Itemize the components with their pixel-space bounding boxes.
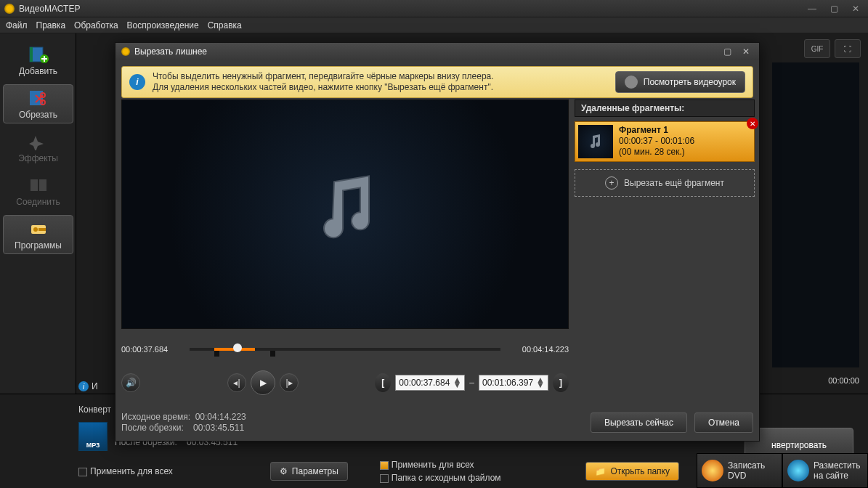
- cut-marker-start[interactable]: [214, 351, 219, 357]
- film-add-icon: [28, 44, 49, 65]
- mp3-icon: MP3: [78, 422, 108, 451]
- globe-icon: [787, 460, 809, 481]
- dialog-footer: Исходное время: 00:04:14.223 После обрез…: [121, 412, 753, 434]
- video-lesson-label: Посмотреть видеоурок: [644, 77, 736, 87]
- dialog-title: Вырезать лишнее: [134, 46, 207, 57]
- dialog-logo-icon: [121, 47, 130, 56]
- svg-rect-1: [30, 47, 33, 62]
- dialog-titlebar: Вырезать лишнее ▢ ✕: [115, 43, 759, 60]
- cut-now-label: Вырезать сейчас: [604, 418, 673, 428]
- dialog-maximize-icon[interactable]: ▢: [720, 46, 734, 57]
- dlg-meta-orig-l: Исходное время:: [121, 412, 190, 422]
- bracket-close-icon[interactable]: ]: [553, 373, 569, 392]
- cancel-button[interactable]: Отмена: [694, 412, 753, 433]
- timeline-start: 00:00:37.684: [121, 345, 182, 354]
- convert-button-label: нвертировать: [771, 440, 827, 450]
- sparkle-icon: [28, 131, 49, 152]
- deleted-header: Удаленные фрагменты:: [575, 99, 755, 117]
- hint-line-1: Чтобы выделить ненужный фрагмент, передв…: [153, 71, 615, 82]
- params-label: Параметры: [292, 466, 338, 476]
- add-fragment-button[interactable]: + Вырезать ещё фрагмент: [575, 169, 755, 197]
- player-controls: 🔊 ◂| ▶ |▸ [ 00:00:37.684▲▼ – 00:01:06.39…: [121, 368, 569, 397]
- video-lesson-button[interactable]: Посмотреть видеоурок: [615, 71, 745, 93]
- key-icon: [28, 219, 49, 239]
- src-folder-checkbox[interactable]: Папка с исходным файлом: [380, 473, 501, 483]
- apply-all-label: Применить для всех: [90, 466, 173, 476]
- minimize-icon[interactable]: —: [804, 3, 820, 15]
- menubar: Файл Правка Обработка Воспроизведение Сп…: [0, 17, 868, 33]
- deleted-fragments-panel: Удаленные фрагменты: Фрагмент 1 00:00:37…: [575, 99, 755, 397]
- app-logo-icon: [4, 4, 15, 14]
- add-fragment-label: Вырезать ещё фрагмент: [624, 178, 724, 188]
- folder-icon: 📁: [595, 466, 606, 476]
- menu-file[interactable]: Файл: [6, 20, 28, 30]
- timeline-end: 00:04:14.223: [508, 345, 569, 354]
- range-dash: –: [469, 378, 474, 388]
- fragment-thumb: [578, 125, 613, 158]
- sidebar-add[interactable]: Добавить: [3, 41, 73, 80]
- menu-edit[interactable]: Правка: [36, 20, 66, 30]
- timeline-marker[interactable]: [233, 343, 242, 352]
- svg-rect-10: [38, 228, 46, 231]
- info-icon: i: [129, 74, 145, 90]
- dlg-meta-after-v: 00:03:45.511: [193, 423, 244, 433]
- info-icon[interactable]: i: [78, 381, 89, 391]
- dvd-label-1: Записать: [728, 460, 765, 471]
- fragment-range: 00:00:37 - 00:01:06: [619, 136, 694, 147]
- cut-marker-end[interactable]: [270, 351, 275, 357]
- hint-bar: i Чтобы выделить ненужный фрагмент, пере…: [121, 66, 753, 98]
- camera-icon: [625, 76, 638, 89]
- range-to-value: 00:01:06.397: [482, 378, 533, 388]
- bracket-open-icon[interactable]: [: [375, 373, 391, 392]
- range-from-value: 00:00:37.684: [399, 378, 450, 388]
- apply-all-2-checkbox[interactable]: Применить для всех: [380, 460, 501, 470]
- publish-button[interactable]: Разместитьна сайте: [782, 453, 868, 488]
- svg-rect-7: [39, 179, 46, 191]
- sidebar-programs-label: Программы: [15, 240, 62, 251]
- film-join-icon: [28, 175, 49, 195]
- dlg-meta-after-l: После обрезки:: [121, 423, 184, 433]
- svg-rect-6: [31, 179, 38, 191]
- next-frame-icon[interactable]: |▸: [280, 373, 299, 392]
- fragment-name: Фрагмент 1: [619, 125, 668, 135]
- open-folder-label: Открыть папку: [610, 466, 670, 476]
- close-icon[interactable]: ✕: [848, 3, 864, 15]
- maximize-icon[interactable]: ▢: [826, 3, 842, 15]
- mute-icon[interactable]: 🔊: [121, 373, 140, 392]
- titlebar: ВидеоМАСТЕР — ▢ ✕: [0, 0, 868, 17]
- params-button[interactable]: ⚙Параметры: [270, 462, 348, 481]
- menu-play[interactable]: Воспроизведение: [127, 20, 199, 30]
- cut-now-button[interactable]: Вырезать сейчас: [591, 412, 687, 433]
- range-from-input[interactable]: 00:00:37.684▲▼: [395, 375, 465, 391]
- menu-help[interactable]: Справка: [208, 20, 242, 30]
- apply-all-checkbox[interactable]: Применить для всех: [78, 466, 173, 476]
- sidebar-trim[interactable]: Обрезать: [3, 84, 73, 123]
- range-to-input[interactable]: 00:01:06.397▲▼: [479, 375, 548, 391]
- fragment-duration: (00 мин. 28 сек.): [619, 147, 694, 158]
- timeline: 00:00:37.684 00:04:14.223: [121, 336, 569, 362]
- gear-icon: ⚙: [280, 466, 288, 476]
- preview-time: 00:00:00: [828, 376, 859, 385]
- music-note-icon: [312, 173, 378, 248]
- play-icon[interactable]: ▶: [251, 370, 275, 395]
- write-dvd-button[interactable]: ЗаписатьDVD: [697, 453, 782, 488]
- sidebar-programs[interactable]: Программы: [3, 215, 73, 254]
- dvd-label-2: DVD: [728, 471, 765, 481]
- fullscreen-icon[interactable]: ⛶: [835, 39, 861, 58]
- fragment-delete-icon[interactable]: ✕: [747, 118, 758, 129]
- prev-frame-icon[interactable]: ◂|: [227, 373, 246, 392]
- sidebar-join: Соединить: [3, 171, 73, 211]
- fragment-item[interactable]: Фрагмент 1 00:00:37 - 00:01:06 (00 мин. …: [575, 121, 755, 162]
- cancel-label: Отмена: [708, 418, 739, 428]
- hint-line-2: Для удаления нескольких частей видео, на…: [153, 82, 615, 93]
- publish-label-1: Разместить: [814, 460, 861, 471]
- dialog-close-icon[interactable]: ✕: [739, 46, 753, 57]
- gif-button[interactable]: GIF: [804, 39, 830, 58]
- apply-all-2-label: Применить для всех: [392, 460, 474, 470]
- sidebar-effects: Эффекты: [3, 128, 73, 167]
- timeline-track[interactable]: [190, 348, 500, 351]
- menu-process[interactable]: Обработка: [74, 20, 118, 30]
- sidebar-add-label: Добавить: [19, 66, 57, 76]
- open-folder-button[interactable]: 📁Открыть папку: [585, 462, 679, 481]
- disc-icon: [702, 460, 723, 481]
